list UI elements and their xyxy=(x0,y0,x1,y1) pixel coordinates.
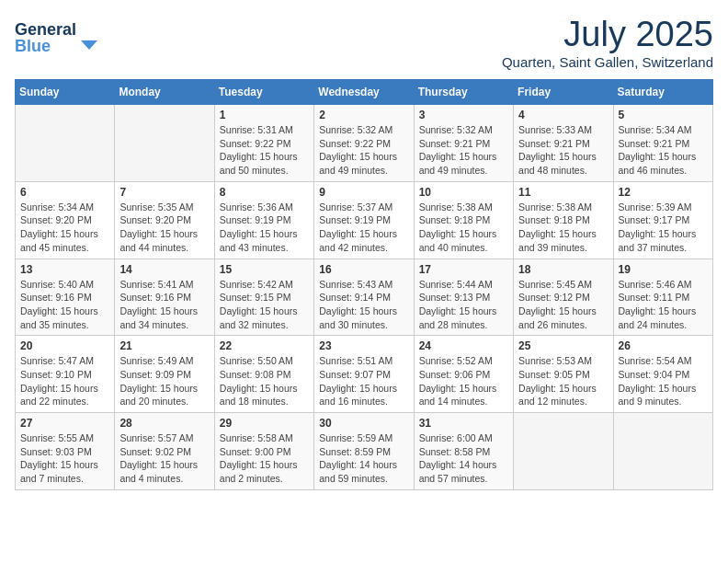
day-number: 14 xyxy=(119,263,209,276)
day-info: Sunrise: 5:47 AM Sunset: 9:10 PM Dayligh… xyxy=(20,354,109,408)
day-info: Sunrise: 5:55 AM Sunset: 9:03 PM Dayligh… xyxy=(20,431,109,486)
day-number: 27 xyxy=(20,417,109,430)
table-row: 30Sunrise: 5:59 AM Sunset: 8:59 PM Dayli… xyxy=(314,413,414,490)
day-number: 31 xyxy=(419,417,508,430)
day-number: 11 xyxy=(518,186,608,199)
table-row: 22Sunrise: 5:50 AM Sunset: 9:08 PM Dayli… xyxy=(214,336,313,413)
day-info: Sunrise: 5:49 AM Sunset: 9:09 PM Dayligh… xyxy=(119,354,209,408)
day-number: 2 xyxy=(319,109,408,121)
day-info: Sunrise: 5:37 AM Sunset: 9:19 PM Dayligh… xyxy=(319,201,408,255)
table-row: 18Sunrise: 5:45 AM Sunset: 9:12 PM Dayli… xyxy=(514,259,613,336)
day-number: 23 xyxy=(319,339,408,352)
header-thursday: Thursday xyxy=(414,80,513,105)
day-number: 17 xyxy=(419,263,508,276)
day-info: Sunrise: 6:00 AM Sunset: 8:58 PM Dayligh… xyxy=(419,431,508,486)
day-number: 4 xyxy=(518,109,608,121)
day-info: Sunrise: 5:59 AM Sunset: 8:59 PM Dayligh… xyxy=(319,431,408,486)
month-title: July 2025 xyxy=(502,15,713,54)
svg-text:Blue: Blue xyxy=(15,37,51,55)
day-number: 22 xyxy=(220,339,309,352)
day-info: Sunrise: 5:44 AM Sunset: 9:13 PM Dayligh… xyxy=(419,278,508,332)
table-row: 29Sunrise: 5:58 AM Sunset: 9:00 PM Dayli… xyxy=(214,413,313,490)
day-number: 26 xyxy=(619,339,708,352)
table-row: 26Sunrise: 5:54 AM Sunset: 9:04 PM Dayli… xyxy=(613,336,712,413)
svg-marker-2 xyxy=(81,40,97,50)
day-info: Sunrise: 5:34 AM Sunset: 9:20 PM Dayligh… xyxy=(20,201,109,255)
table-row: 3Sunrise: 5:32 AM Sunset: 9:21 PM Daylig… xyxy=(414,105,513,182)
day-info: Sunrise: 5:39 AM Sunset: 9:17 PM Dayligh… xyxy=(619,201,708,255)
table-row xyxy=(115,105,214,182)
day-info: Sunrise: 5:32 AM Sunset: 9:22 PM Dayligh… xyxy=(319,123,408,178)
day-info: Sunrise: 5:45 AM Sunset: 9:12 PM Dayligh… xyxy=(518,278,608,332)
table-row: 15Sunrise: 5:42 AM Sunset: 9:15 PM Dayli… xyxy=(214,259,313,336)
day-info: Sunrise: 5:38 AM Sunset: 9:18 PM Dayligh… xyxy=(518,201,608,255)
header-monday: Monday xyxy=(115,80,214,105)
day-number: 29 xyxy=(220,417,309,430)
table-row: 9Sunrise: 5:37 AM Sunset: 9:19 PM Daylig… xyxy=(314,181,414,259)
table-row: 14Sunrise: 5:41 AM Sunset: 9:16 PM Dayli… xyxy=(115,259,214,336)
table-row: 20Sunrise: 5:47 AM Sunset: 9:10 PM Dayli… xyxy=(16,336,115,413)
day-info: Sunrise: 5:53 AM Sunset: 9:05 PM Dayligh… xyxy=(518,354,608,408)
calendar-week-row: 6Sunrise: 5:34 AM Sunset: 9:20 PM Daylig… xyxy=(16,181,713,259)
day-info: Sunrise: 5:35 AM Sunset: 9:20 PM Dayligh… xyxy=(119,201,209,255)
page-header: General Blue July 2025 Quarten, Saint Ga… xyxy=(15,15,713,70)
day-number: 15 xyxy=(220,263,309,276)
day-info: Sunrise: 5:42 AM Sunset: 9:15 PM Dayligh… xyxy=(220,278,309,332)
day-number: 7 xyxy=(119,186,209,199)
day-info: Sunrise: 5:33 AM Sunset: 9:21 PM Dayligh… xyxy=(518,123,608,178)
table-row: 19Sunrise: 5:46 AM Sunset: 9:11 PM Dayli… xyxy=(613,259,712,336)
calendar-week-row: 27Sunrise: 5:55 AM Sunset: 9:03 PM Dayli… xyxy=(16,413,713,490)
title-area: July 2025 Quarten, Saint Gallen, Switzer… xyxy=(502,15,713,70)
day-info: Sunrise: 5:31 AM Sunset: 9:22 PM Dayligh… xyxy=(220,123,309,178)
day-info: Sunrise: 5:52 AM Sunset: 9:06 PM Dayligh… xyxy=(419,354,508,408)
table-row: 6Sunrise: 5:34 AM Sunset: 9:20 PM Daylig… xyxy=(16,181,115,259)
day-number: 16 xyxy=(319,263,408,276)
day-number: 28 xyxy=(119,417,209,430)
table-row: 10Sunrise: 5:38 AM Sunset: 9:18 PM Dayli… xyxy=(414,181,513,259)
table-row: 11Sunrise: 5:38 AM Sunset: 9:18 PM Dayli… xyxy=(514,181,613,259)
header-wednesday: Wednesday xyxy=(314,80,414,105)
day-info: Sunrise: 5:36 AM Sunset: 9:19 PM Dayligh… xyxy=(220,201,309,255)
day-number: 20 xyxy=(20,339,109,352)
table-row: 21Sunrise: 5:49 AM Sunset: 9:09 PM Dayli… xyxy=(115,336,214,413)
day-info: Sunrise: 5:54 AM Sunset: 9:04 PM Dayligh… xyxy=(619,354,708,408)
svg-text:General: General xyxy=(15,20,76,39)
day-info: Sunrise: 5:58 AM Sunset: 9:00 PM Dayligh… xyxy=(220,431,309,486)
day-number: 3 xyxy=(419,109,508,121)
day-number: 10 xyxy=(419,186,508,199)
header-friday: Friday xyxy=(514,80,613,105)
logo-svg: General Blue xyxy=(15,15,97,56)
day-info: Sunrise: 5:34 AM Sunset: 9:21 PM Dayligh… xyxy=(619,123,708,178)
day-number: 13 xyxy=(20,263,109,276)
table-row xyxy=(16,105,115,182)
table-row: 17Sunrise: 5:44 AM Sunset: 9:13 PM Dayli… xyxy=(414,259,513,336)
day-number: 6 xyxy=(20,186,109,199)
calendar-table: Sunday Monday Tuesday Wednesday Thursday… xyxy=(15,79,713,490)
table-row xyxy=(613,413,712,490)
day-number: 24 xyxy=(419,339,508,352)
table-row: 27Sunrise: 5:55 AM Sunset: 9:03 PM Dayli… xyxy=(16,413,115,490)
table-row: 24Sunrise: 5:52 AM Sunset: 9:06 PM Dayli… xyxy=(414,336,513,413)
day-number: 30 xyxy=(319,417,408,430)
header-saturday: Saturday xyxy=(613,80,712,105)
day-info: Sunrise: 5:57 AM Sunset: 9:02 PM Dayligh… xyxy=(119,431,209,486)
table-row: 31Sunrise: 6:00 AM Sunset: 8:58 PM Dayli… xyxy=(414,413,513,490)
table-row: 8Sunrise: 5:36 AM Sunset: 9:19 PM Daylig… xyxy=(214,181,313,259)
logo: General Blue xyxy=(15,15,97,56)
day-info: Sunrise: 5:41 AM Sunset: 9:16 PM Dayligh… xyxy=(119,278,209,332)
day-number: 5 xyxy=(619,109,708,121)
table-row: 25Sunrise: 5:53 AM Sunset: 9:05 PM Dayli… xyxy=(514,336,613,413)
day-number: 1 xyxy=(220,109,309,121)
table-row xyxy=(514,413,613,490)
day-number: 9 xyxy=(319,186,408,199)
day-info: Sunrise: 5:46 AM Sunset: 9:11 PM Dayligh… xyxy=(619,278,708,332)
header-tuesday: Tuesday xyxy=(214,80,313,105)
location-title: Quarten, Saint Gallen, Switzerland xyxy=(502,54,713,70)
day-number: 21 xyxy=(119,339,209,352)
table-row: 1Sunrise: 5:31 AM Sunset: 9:22 PM Daylig… xyxy=(214,105,313,182)
day-number: 19 xyxy=(619,263,708,276)
table-row: 28Sunrise: 5:57 AM Sunset: 9:02 PM Dayli… xyxy=(115,413,214,490)
table-row: 4Sunrise: 5:33 AM Sunset: 9:21 PM Daylig… xyxy=(514,105,613,182)
table-row: 23Sunrise: 5:51 AM Sunset: 9:07 PM Dayli… xyxy=(314,336,414,413)
table-row: 16Sunrise: 5:43 AM Sunset: 9:14 PM Dayli… xyxy=(314,259,414,336)
